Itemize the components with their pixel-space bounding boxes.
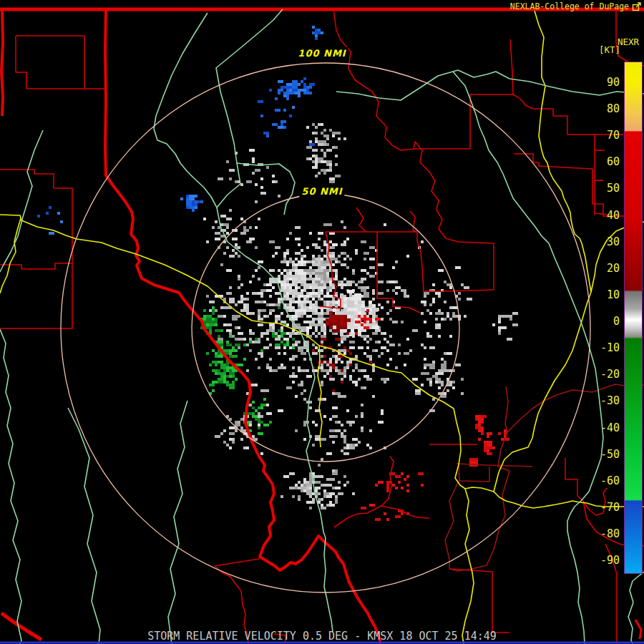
county-line-se-dark-3	[457, 464, 532, 467]
page-title: NEXLAB-College of DuPage	[510, 1, 629, 11]
river-line-far-west-lower	[0, 329, 21, 644]
colorbar-product-label: NEXR	[618, 36, 639, 47]
county-line-se-dark-5	[445, 481, 459, 569]
colorbar-units-label: [KT]	[599, 44, 620, 55]
highway-line-northeast-branch	[494, 222, 644, 492]
range-ring-label-50nmi: 50 NMI	[299, 185, 344, 197]
colorbar-tick-label: 50	[591, 182, 620, 195]
county-line-center-box-n	[356, 208, 365, 232]
external-link-icon	[632, 2, 641, 11]
highway-line-south-branch	[462, 489, 474, 644]
colorbar-tick-label: 30	[591, 235, 620, 248]
highway-line-north-south-east	[535, 11, 591, 292]
radar-map-canvas	[0, 0, 644, 644]
county-line-se-knot-2	[381, 506, 429, 518]
colorbar-tick-label: 90	[591, 76, 620, 89]
county-line-northeast-1	[470, 39, 513, 149]
colorbar-tick-label: 60	[591, 155, 620, 168]
county-line-south-2	[215, 559, 259, 566]
colorbar-tick-label: 70	[591, 129, 620, 142]
colorbar-tick-label: -30	[591, 394, 620, 407]
river-line-center-branch	[237, 163, 295, 215]
county-line-se-knot-1	[334, 457, 394, 527]
county-line-nw-2	[16, 36, 106, 89]
radar-display: 100 NMI 50 NMI NEXLAB-College of DuPage …	[0, 0, 644, 644]
colorbar-tick-label: 10	[591, 288, 620, 301]
river-line-southwest-2	[68, 408, 100, 644]
river-line-far-west-upper	[0, 130, 43, 272]
highway-line-west-branch	[0, 218, 21, 293]
colorbar-tick-label: 80	[591, 102, 620, 115]
colorbar	[624, 62, 643, 574]
county-line-west-2	[0, 263, 72, 269]
colorbar-tick-label: -20	[591, 368, 620, 381]
colorbar-tick-label: 40	[591, 209, 620, 222]
county-line-center-box-mid	[377, 232, 420, 313]
county-line-se-dark-4	[459, 465, 489, 482]
colorbar-tick-label: -60	[591, 474, 620, 487]
colorbar-tick-label: 20	[591, 262, 620, 275]
river-line-northwest	[154, 13, 217, 208]
colorbar-tick-label: -40	[591, 421, 620, 434]
river-line-southwest-1	[168, 401, 187, 644]
colorbar-gradient	[625, 62, 642, 573]
status-caption: STORM RELATIVE VELOCITY 0.5 DEG - KMSX 1…	[0, 630, 644, 643]
colorbar-tick-label: 0	[591, 315, 620, 328]
colorbar-tick-label: -50	[591, 448, 620, 461]
county-line-north-winding	[333, 9, 470, 150]
echo-layer	[37, 26, 518, 521]
colorbar-tick-label: -80	[591, 527, 620, 540]
range-ring-label-100nmi: 100 NMI	[296, 47, 348, 59]
county-line-center-east-winding	[414, 142, 494, 243]
site-title-link[interactable]: NEXLAB-College of DuPage	[510, 1, 641, 11]
colorbar-tick-label: -90	[591, 554, 620, 567]
colorbar-tick-label: -10	[591, 341, 620, 354]
left-border-line	[1, 9, 3, 116]
county-line-se-4	[449, 569, 509, 633]
colorbar-tick-label: -70	[591, 501, 620, 514]
